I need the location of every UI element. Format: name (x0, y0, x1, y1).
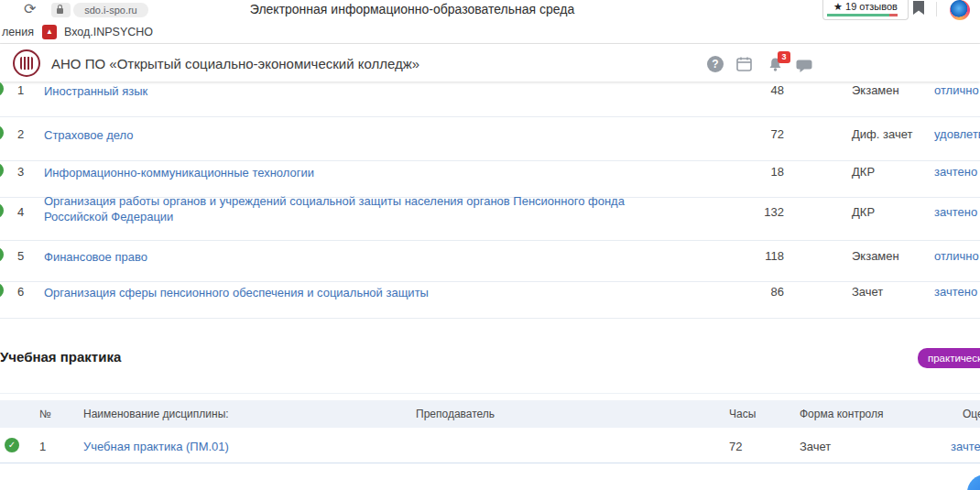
lock-chip[interactable] (51, 3, 71, 17)
discipline-link[interactable]: Организация сферы пенсионного обеспечени… (44, 285, 644, 300)
row-number: 1 (17, 83, 24, 97)
col-header-name: Наименование дисциплины: (83, 400, 229, 428)
rating-bar-green (827, 14, 889, 16)
row-divider (0, 281, 980, 282)
row-number: 2 (17, 127, 24, 141)
hours-value: 72 (729, 440, 742, 453)
reviews-label: ★ 19 отзывов (823, 1, 908, 13)
hours-value: 18 (733, 165, 784, 179)
discipline-link[interactable]: Иностранный язык (44, 83, 644, 99)
table-top-border (0, 393, 980, 394)
row-number: 5 (17, 249, 24, 263)
grade-link[interactable]: удовлетворительно (934, 127, 980, 141)
check-icon: ✓ (0, 163, 4, 178)
grade-link[interactable]: зачтено (934, 165, 977, 179)
control-form: Зачет (800, 440, 831, 453)
chat-icon[interactable] (796, 60, 812, 77)
grade-link[interactable]: зачтено (934, 205, 977, 219)
site-header: АНО ПО «Открытый социально-экономический… (0, 44, 980, 82)
hours-value: 72 (733, 127, 784, 141)
bookmarks-bar: ления ▲ Вход.INPSYCHO (0, 20, 980, 44)
discipline-link[interactable]: Финансовое право (44, 249, 644, 265)
row-divider (0, 160, 980, 161)
hours-value: 132 (733, 205, 784, 219)
control-form: Диф. зачет (852, 127, 912, 141)
browser-toolbar: ⟳ sdo.i-spo.ru Электронная информационно… (0, 0, 980, 20)
check-icon: ✓ (5, 438, 19, 452)
row-divider (0, 240, 980, 241)
grade-link[interactable]: зачтено (934, 285, 977, 299)
col-header-control: Форма контроля (800, 400, 884, 428)
check-icon: ✓ (0, 125, 4, 140)
avatar[interactable] (950, 0, 970, 20)
reload-icon[interactable]: ⟳ (24, 0, 36, 17)
discipline-link[interactable]: Организация работы органов и учреждений … (44, 193, 644, 224)
inpsycho-favicon: ▲ (42, 25, 57, 39)
calendar-icon[interactable] (736, 57, 752, 75)
row-number: 1 (39, 440, 46, 453)
check-icon: ✓ (0, 283, 4, 298)
control-form: Экзамен (852, 249, 899, 263)
hours-value: 118 (733, 249, 784, 263)
page: ⟳ sdo.i-spo.ru Электронная информационно… (0, 0, 980, 490)
col-header-teacher: Преподаватель (416, 400, 495, 428)
hours-value: 48 (733, 83, 784, 97)
row-divider (0, 318, 980, 319)
col-header-num: № (39, 400, 51, 428)
toolbar-divider (936, 2, 937, 16)
practice-badge: практическое (918, 348, 980, 368)
rating-bar-red (889, 14, 898, 16)
edit-fab[interactable] (967, 474, 980, 490)
control-form: Зачет (852, 285, 883, 299)
college-title: АНО ПО «Открытый социально-экономический… (51, 56, 419, 71)
page-title: Электронная информационно-образовательна… (160, 2, 664, 16)
bookmark-item-partial[interactable]: ления (2, 26, 34, 38)
table-row: ✓ 1 Учебная практика (ПМ.01) 72 Зачет за… (0, 428, 980, 463)
reviews-widget[interactable]: ★ 19 отзывов (822, 0, 909, 20)
section-title: Учебная практика (0, 349, 121, 365)
row-number: 6 (17, 285, 24, 299)
check-icon: ✓ (0, 82, 4, 96)
grade-link[interactable]: зачтено (951, 440, 980, 453)
control-form: ДКР (852, 165, 875, 179)
discipline-link[interactable]: Информационно-коммуникационные технологи… (44, 165, 644, 180)
notification-badge: 3 (778, 51, 790, 63)
college-logo[interactable] (13, 49, 40, 77)
hours-value: 86 (733, 285, 784, 299)
college-logo-emblem (20, 57, 33, 70)
row-number: 3 (17, 165, 24, 179)
col-header-hours: Часы (729, 400, 756, 428)
grade-link[interactable]: отлично (934, 249, 979, 263)
discipline-link[interactable]: Учебная практика (ПМ.01) (83, 440, 229, 453)
practice-table-header: № Наименование дисциплины: Преподаватель… (0, 400, 980, 428)
discipline-link[interactable]: Страховое дело (44, 127, 644, 143)
bookmark-icon[interactable] (913, 1, 924, 15)
bookmark-item-inpsycho[interactable]: Вход.INPSYCHO (64, 26, 153, 38)
check-icon: ✓ (0, 203, 4, 218)
control-form: ДКР (852, 205, 875, 219)
help-icon[interactable]: ? (707, 56, 724, 72)
address-bar[interactable]: sdo.i-spo.ru (73, 3, 148, 17)
control-form: Экзамен (852, 83, 899, 97)
grade-link[interactable]: отлично (934, 83, 979, 97)
row-number: 4 (17, 205, 24, 219)
col-header-grade: Оценка (963, 400, 980, 428)
lock-icon (57, 8, 63, 14)
check-icon: ✓ (0, 247, 4, 262)
row-divider (0, 116, 980, 117)
